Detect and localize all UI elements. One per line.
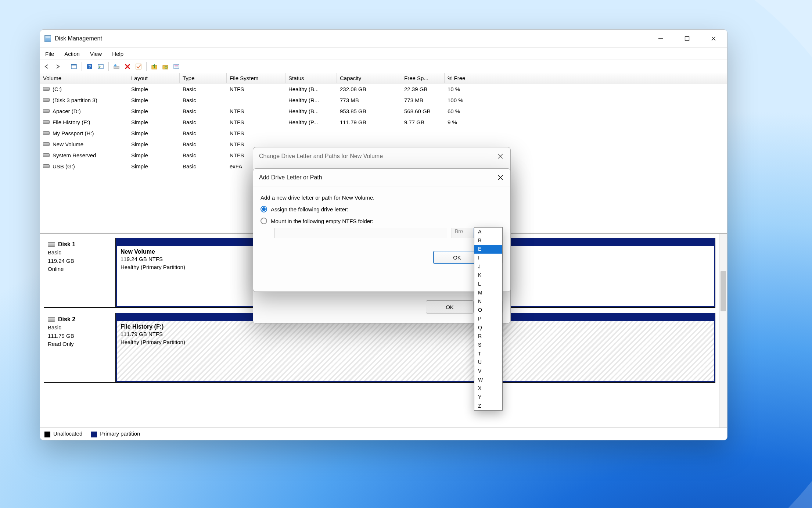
drive-letter-option[interactable]: L [474, 280, 502, 289]
drive-letter-dropdown[interactable]: ABEIJKLMNOPQRSTUVWXYZ [474, 227, 503, 411]
drive-icon [43, 142, 50, 146]
drive-letter-option[interactable]: X [474, 384, 502, 393]
toolbar: ? [40, 60, 727, 73]
menu-help[interactable]: Help [112, 51, 123, 57]
disk-label[interactable]: Disk 1Basic119.24 GBOnline [44, 238, 116, 308]
table-header: Volume Layout Type File System Status Ca… [40, 73, 727, 83]
disk-label[interactable]: Disk 2Basic111.79 GBRead Only [44, 313, 116, 383]
drive-letter-option[interactable]: Z [474, 402, 502, 411]
drive-icon [43, 153, 50, 157]
menubar: File Action View Help [40, 47, 727, 60]
dialog-inner-title: Add Drive Letter or Path [259, 174, 322, 181]
drive-letter-option[interactable]: Y [474, 393, 502, 402]
drive-letter-option[interactable]: P [474, 315, 502, 323]
drive-letter-option[interactable]: B [474, 236, 502, 245]
swatch-primary [91, 432, 97, 437]
drive-letter-option[interactable]: U [474, 358, 502, 367]
mount-path-input[interactable] [274, 228, 447, 238]
disk-icon [48, 317, 55, 322]
col-capacity[interactable]: Capacity [337, 73, 401, 83]
drive-letter-option[interactable]: M [474, 289, 502, 297]
table-row[interactable]: (Disk 3 partition 3)SimpleBasicHealthy (… [40, 94, 727, 105]
legend-unallocated: Unallocated [53, 430, 82, 437]
col-type[interactable]: Type [180, 73, 227, 83]
folder-up-icon[interactable] [150, 62, 159, 71]
svg-rect-5 [71, 64, 76, 65]
drive-letter-option[interactable]: W [474, 376, 502, 384]
svg-rect-9 [114, 66, 119, 69]
drive-icon [43, 120, 50, 124]
drive-icon [43, 98, 50, 102]
drive-letter-option[interactable]: O [474, 306, 502, 315]
menu-action[interactable]: Action [64, 51, 80, 57]
minimize-button[interactable] [656, 34, 665, 43]
drive-letter-option[interactable]: T [474, 350, 502, 358]
scrollbar[interactable] [719, 234, 727, 427]
table-row[interactable]: File History (F:)SimpleBasicNTFSHealthy … [40, 117, 727, 128]
maximize-button[interactable] [682, 34, 692, 43]
disk-icon [48, 242, 55, 247]
svg-text:?: ? [88, 64, 91, 69]
svg-point-10 [114, 64, 116, 67]
table-row[interactable]: Apacer (D:)SimpleBasicNTFSHealthy (B...9… [40, 105, 727, 117]
menu-file[interactable]: File [45, 51, 54, 57]
back-button[interactable] [42, 62, 52, 71]
table-row[interactable]: My Passport (H:)SimpleBasicNTFS [40, 128, 727, 139]
check-icon[interactable] [134, 62, 143, 71]
col-volume[interactable]: Volume [40, 73, 128, 83]
table-row[interactable]: (C:)SimpleBasicNTFSHealthy (B...232.08 G… [40, 83, 727, 94]
col-filesystem[interactable]: File System [227, 73, 285, 83]
legend-primary: Primary partition [100, 430, 140, 437]
dialog-outer-title: Change Drive Letter and Paths for New Vo… [259, 153, 383, 160]
titlebar: Disk Management [40, 30, 727, 47]
drive-letter-option[interactable]: I [474, 254, 502, 262]
drive-letter-option[interactable]: N [474, 297, 502, 306]
col-free[interactable]: Free Sp... [401, 73, 445, 83]
svg-rect-1 [685, 37, 689, 41]
col-status[interactable]: Status [285, 73, 337, 83]
drive-letter-option[interactable]: E [474, 245, 502, 254]
drive-letter-option[interactable]: Q [474, 323, 502, 332]
menu-view[interactable]: View [90, 51, 102, 57]
drive-letter-option[interactable]: A [474, 228, 502, 236]
drive-letter-option[interactable]: J [474, 262, 502, 271]
drive-letter-option[interactable]: V [474, 367, 502, 376]
drive-icon [43, 131, 50, 135]
close-button[interactable] [709, 34, 718, 43]
drive-letter-option[interactable]: S [474, 341, 502, 350]
drive-letter-option[interactable]: R [474, 332, 502, 341]
delete-icon[interactable] [123, 62, 132, 71]
settings-icon[interactable] [112, 62, 121, 71]
radio-assign-letter[interactable] [261, 206, 267, 212]
legend: Unallocated Primary partition [40, 427, 727, 440]
col-pct[interactable]: % Free [445, 73, 489, 83]
add-drive-letter-dialog: Add Drive Letter or Path Add a new drive… [253, 168, 511, 292]
refresh-icon[interactable] [69, 62, 79, 71]
console-icon[interactable] [96, 62, 105, 71]
dialog-outer-close-button[interactable] [496, 152, 504, 160]
folder-search-icon[interactable] [161, 62, 170, 71]
forward-button[interactable] [53, 62, 63, 71]
label-mount-folder: Mount in the following empty NTFS folder… [271, 218, 373, 224]
drive-letter-option[interactable]: K [474, 271, 502, 280]
label-assign-letter: Assign the following drive letter: [271, 206, 348, 212]
svg-rect-8 [98, 64, 103, 69]
radio-mount-folder[interactable] [261, 218, 267, 224]
dialog-inner-desc: Add a new drive letter or path for New V… [261, 194, 503, 201]
drive-icon [43, 87, 50, 91]
dialog-outer-ok-button[interactable]: OK [426, 300, 474, 314]
window-title: Disk Management [55, 35, 102, 42]
list-icon[interactable] [172, 62, 181, 71]
col-layout[interactable]: Layout [128, 73, 180, 83]
help-icon[interactable]: ? [85, 62, 94, 71]
app-icon [44, 35, 51, 42]
dialog-inner-close-button[interactable] [496, 173, 504, 182]
drive-icon [43, 109, 50, 113]
swatch-unallocated [44, 432, 50, 437]
drive-icon [43, 164, 50, 168]
